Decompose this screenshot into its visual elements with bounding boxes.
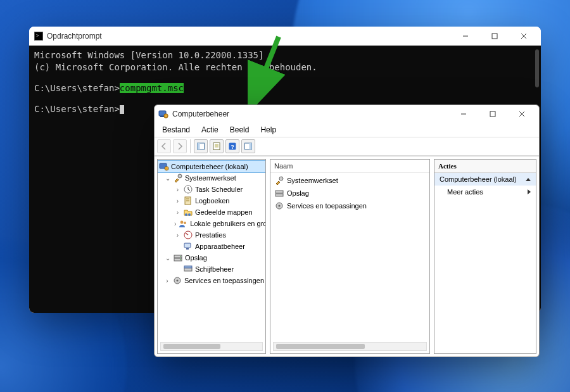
minimize-button[interactable] bbox=[449, 104, 478, 123]
scrollbar-horizontal[interactable] bbox=[160, 342, 263, 351]
svg-point-30 bbox=[188, 213, 191, 216]
tree-system-tools[interactable]: ⌄ Systeemwerkset bbox=[158, 172, 265, 184]
clock-icon bbox=[183, 184, 193, 194]
back-button[interactable] bbox=[157, 139, 171, 153]
svg-rect-41 bbox=[184, 266, 192, 268]
svg-point-38 bbox=[180, 256, 181, 257]
close-button[interactable] bbox=[507, 104, 536, 123]
mmc-titlebar[interactable]: Computerbeheer bbox=[155, 105, 539, 123]
svg-point-48 bbox=[278, 205, 280, 206]
performance-icon bbox=[183, 230, 193, 240]
forward-button[interactable] bbox=[173, 139, 187, 153]
menu-actie[interactable]: Actie bbox=[196, 124, 224, 136]
highlighted-command: compmgmt.msc bbox=[120, 83, 184, 93]
tree-shared-folders[interactable]: › Gedeelde mappen bbox=[158, 206, 265, 218]
column-header-name[interactable]: Naam bbox=[270, 160, 429, 173]
collapse-icon[interactable]: ⌄ bbox=[164, 255, 171, 262]
storage-icon bbox=[274, 188, 284, 198]
maximize-button[interactable] bbox=[480, 27, 509, 46]
storage-icon bbox=[173, 253, 183, 263]
help-button[interactable]: ? bbox=[225, 139, 239, 153]
svg-rect-21 bbox=[250, 143, 252, 149]
mmc-window-title: Computerbeheer bbox=[172, 110, 229, 118]
actions-pane-button[interactable] bbox=[241, 139, 255, 153]
menu-bestand[interactable]: Bestand bbox=[157, 124, 195, 136]
gear-icon bbox=[274, 201, 284, 211]
tree-label: Prestaties bbox=[195, 231, 226, 239]
list-pane: Naam Systeemwerkset Opslag Services en t… bbox=[270, 159, 430, 354]
mmc-window: Computerbeheer Bestand Actie Beeld Help … bbox=[154, 104, 540, 357]
cmd-window-title: Opdrachtprompt bbox=[47, 32, 102, 41]
expand-icon[interactable]: › bbox=[174, 198, 181, 205]
tree-root[interactable]: Computerbeheer (lokaal) bbox=[158, 161, 265, 172]
action-more[interactable]: Meer acties bbox=[434, 186, 536, 198]
actions-header: Acties bbox=[434, 160, 536, 173]
svg-rect-34 bbox=[184, 243, 191, 248]
tree-task-scheduler[interactable]: › Task Scheduler bbox=[158, 184, 265, 195]
svg-rect-40 bbox=[184, 268, 192, 271]
terminal-icon bbox=[34, 32, 43, 41]
action-label: Meer acties bbox=[447, 188, 483, 196]
shared-folder-icon bbox=[183, 207, 193, 217]
disk-icon bbox=[183, 264, 193, 274]
scrollbar-horizontal[interactable] bbox=[273, 342, 427, 351]
tree-disk-management[interactable]: Schijfbeheer bbox=[158, 263, 265, 275]
minimize-button[interactable] bbox=[451, 27, 480, 46]
svg-rect-13 bbox=[198, 143, 200, 149]
menu-beeld[interactable]: Beeld bbox=[225, 124, 255, 136]
svg-point-23 bbox=[165, 167, 168, 170]
list-item[interactable]: Systeemwerkset bbox=[272, 174, 428, 187]
tree-label: Lokale gebruikers en groepen bbox=[190, 220, 265, 227]
cursor bbox=[120, 105, 124, 114]
svg-point-31 bbox=[180, 221, 184, 224]
expand-icon[interactable]: › bbox=[174, 232, 181, 239]
list-item-label: Services en toepassingen bbox=[287, 202, 367, 210]
cmd-titlebar[interactable]: Opdrachtprompt bbox=[29, 27, 541, 46]
expand-icon[interactable]: › bbox=[164, 277, 170, 284]
expand-icon[interactable]: › bbox=[174, 209, 181, 216]
computer-management-icon bbox=[158, 109, 168, 119]
svg-rect-9 bbox=[490, 111, 495, 117]
tools-icon bbox=[274, 175, 284, 186]
tree-device-manager[interactable]: Apparaatbeheer bbox=[158, 241, 265, 252]
mmc-toolbar: ? bbox=[155, 137, 539, 156]
submenu-icon bbox=[528, 189, 531, 194]
actions-section[interactable]: Computerbeheer (lokaal) bbox=[434, 173, 536, 186]
mmc-menubar: Bestand Actie Beeld Help bbox=[155, 123, 539, 137]
tree-performance[interactable]: › Prestaties bbox=[158, 229, 265, 241]
scrollbar-thumb[interactable] bbox=[535, 49, 539, 87]
tree-services[interactable]: › Services en toepassingen bbox=[158, 275, 265, 286]
list-item[interactable]: Services en toepassingen bbox=[272, 199, 428, 212]
tree-label: Task Scheduler bbox=[195, 186, 243, 193]
svg-point-24 bbox=[178, 174, 182, 178]
expand-icon[interactable]: › bbox=[174, 220, 176, 227]
tree-local-users[interactable]: › Lokale gebruikers en groepen bbox=[158, 218, 265, 229]
svg-rect-1 bbox=[492, 34, 497, 39]
show-hide-tree-button[interactable] bbox=[194, 139, 208, 153]
tree-event-viewer[interactable]: › Logboeken bbox=[158, 195, 265, 206]
collapse-icon[interactable]: ⌄ bbox=[164, 175, 171, 182]
expand-icon[interactable]: › bbox=[174, 186, 181, 193]
menu-help[interactable]: Help bbox=[255, 124, 281, 136]
maximize-button[interactable] bbox=[478, 104, 507, 123]
toolbar-separator bbox=[190, 139, 191, 153]
cmd-prompt-line: C:\Users\stefan>compmgmt.msc bbox=[34, 82, 536, 94]
svg-point-43 bbox=[176, 279, 178, 281]
svg-point-32 bbox=[184, 222, 186, 224]
svg-point-44 bbox=[279, 177, 283, 180]
properties-button[interactable] bbox=[210, 139, 224, 153]
actions-pane: Acties Computerbeheer (lokaal) Meer acti… bbox=[434, 159, 536, 354]
notebook-icon bbox=[183, 196, 193, 206]
list-item[interactable]: Opslag bbox=[272, 187, 428, 199]
list-item-label: Opslag bbox=[287, 189, 309, 197]
tree-storage[interactable]: ⌄ Opslag bbox=[158, 252, 265, 263]
tree-label: Apparaatbeheer bbox=[195, 243, 245, 250]
close-button[interactable] bbox=[509, 27, 538, 46]
svg-rect-45 bbox=[276, 191, 283, 193]
svg-rect-35 bbox=[186, 248, 189, 250]
svg-point-7 bbox=[164, 114, 168, 118]
collapse-icon bbox=[526, 178, 531, 181]
tree-label: Schijfbeheer bbox=[195, 265, 234, 273]
users-icon bbox=[178, 218, 188, 229]
tree-label: Gedeelde mappen bbox=[195, 208, 253, 216]
